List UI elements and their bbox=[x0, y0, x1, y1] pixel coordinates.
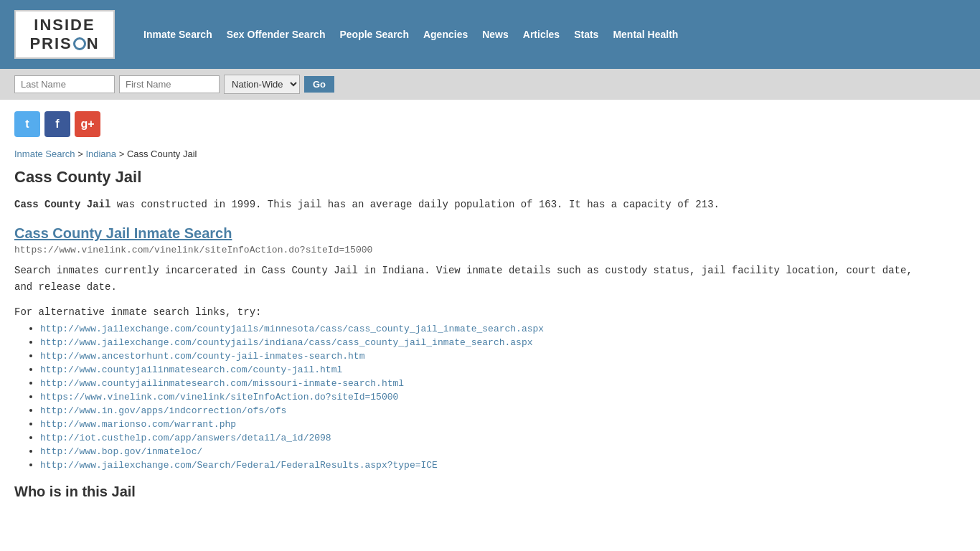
alt-link[interactable]: http://www.countyjailinmatesearch.com/mi… bbox=[40, 378, 404, 389]
inmate-search-description: Search inmates currently incarcerated in… bbox=[14, 263, 918, 295]
list-item: http://www.countyjailinmatesearch.com/co… bbox=[40, 363, 918, 375]
google-plus-icon[interactable]: g+ bbox=[75, 111, 100, 137]
alt-link[interactable]: http://www.bop.gov/inmateloc/ bbox=[40, 446, 202, 457]
main-content: Inmate Search > Indiana > Cass County Ja… bbox=[0, 144, 933, 514]
nav-item-inmate-search[interactable]: Inmate Search bbox=[136, 26, 220, 43]
who-heading: Who is in this Jail bbox=[14, 484, 918, 500]
breadcrumb-inmate-search[interactable]: Inmate Search bbox=[14, 149, 75, 159]
alt-link[interactable]: http://www.in.gov/apps/indcorrection/ofs… bbox=[40, 405, 286, 416]
list-item: http://www.in.gov/apps/indcorrection/ofs… bbox=[40, 404, 918, 416]
list-item: https://www.vinelink.com/vinelink/siteIn… bbox=[40, 390, 918, 402]
alt-link[interactable]: http://www.jailexchange.com/Search/Feder… bbox=[40, 460, 438, 471]
nav-item-articles[interactable]: Articles bbox=[516, 26, 567, 43]
breadcrumb-indiana[interactable]: Indiana bbox=[85, 149, 116, 159]
go-button[interactable]: Go bbox=[304, 76, 334, 93]
alt-link[interactable]: http://www.marionso.com/warrant.php bbox=[40, 419, 236, 430]
alt-link[interactable]: http://www.jailexchange.com/countyjails/… bbox=[40, 337, 533, 348]
site-logo[interactable]: INSIDE PRISN bbox=[14, 10, 115, 59]
list-item: http://www.jailexchange.com/Search/Feder… bbox=[40, 458, 918, 471]
alt-link[interactable]: http://www.ancestorhunt.com/county-jail-… bbox=[40, 351, 364, 362]
first-name-input[interactable] bbox=[119, 75, 220, 93]
list-item: http://www.countyjailinmatesearch.com/mi… bbox=[40, 377, 918, 389]
social-icons-bar: t f g+ bbox=[0, 100, 980, 144]
breadcrumb-current: Cass County Jail bbox=[127, 149, 197, 159]
site-header: INSIDE PRISN Inmate SearchSex Offender S… bbox=[0, 0, 980, 69]
alt-link[interactable]: https://www.vinelink.com/vinelink/siteIn… bbox=[40, 392, 398, 402]
list-item: http://www.marionso.com/warrant.php bbox=[40, 418, 918, 430]
nav-item-news[interactable]: News bbox=[475, 26, 516, 43]
nav-item-mental-health[interactable]: Mental Health bbox=[606, 26, 685, 43]
alt-links-intro: For alternative inmate search links, try… bbox=[14, 306, 918, 318]
main-nav: Inmate SearchSex Offender SearchPeople S… bbox=[136, 26, 685, 43]
list-item: http://www.jailexchange.com/countyjails/… bbox=[40, 322, 918, 334]
jail-description: Cass County Jail was constructed in 1999… bbox=[14, 197, 918, 212]
logo-prison-text: PRISN bbox=[23, 34, 106, 53]
facebook-icon[interactable]: f bbox=[44, 111, 70, 137]
jail-name-bold: Cass County Jail bbox=[14, 199, 110, 210]
breadcrumb-sep1: > bbox=[77, 149, 85, 159]
logo-inside-text: INSIDE bbox=[23, 16, 106, 34]
last-name-input[interactable] bbox=[14, 75, 115, 93]
twitter-icon[interactable]: t bbox=[14, 111, 40, 137]
list-item: http://iot.custhelp.com/app/answers/deta… bbox=[40, 431, 918, 443]
nav-item-stats[interactable]: Stats bbox=[567, 26, 606, 43]
nav-item-people-search[interactable]: People Search bbox=[332, 26, 416, 43]
nav-item-sex-offender-search[interactable]: Sex Offender Search bbox=[220, 26, 333, 43]
list-item: http://www.jailexchange.com/countyjails/… bbox=[40, 336, 918, 348]
page-title: Cass County Jail bbox=[14, 168, 918, 187]
logo-o-icon bbox=[73, 37, 86, 50]
description-text: was constructed in 1999. This jail has a… bbox=[110, 199, 720, 210]
logo-n-letter: N bbox=[87, 34, 100, 53]
alt-links-list: http://www.jailexchange.com/countyjails/… bbox=[14, 322, 918, 471]
alt-link[interactable]: http://iot.custhelp.com/app/answers/deta… bbox=[40, 433, 331, 443]
breadcrumb-sep2: > bbox=[119, 149, 127, 159]
logo-prison-letters: PRIS bbox=[29, 34, 72, 53]
alt-link[interactable]: http://www.countyjailinmatesearch.com/co… bbox=[40, 364, 342, 375]
inmate-search-link-heading[interactable]: Cass County Jail Inmate Search bbox=[14, 225, 918, 242]
location-select[interactable]: Nation-WideAlabamaAlaskaArizonaArkansasC… bbox=[224, 75, 300, 94]
breadcrumb: Inmate Search > Indiana > Cass County Ja… bbox=[14, 144, 918, 168]
nav-item-agencies[interactable]: Agencies bbox=[416, 26, 475, 43]
inmate-search-url: https://www.vinelink.com/vinelink/siteIn… bbox=[14, 245, 918, 255]
list-item: http://www.ancestorhunt.com/county-jail-… bbox=[40, 349, 918, 362]
alt-link[interactable]: http://www.jailexchange.com/countyjails/… bbox=[40, 324, 544, 334]
list-item: http://www.bop.gov/inmateloc/ bbox=[40, 445, 918, 457]
search-bar: Nation-WideAlabamaAlaskaArizonaArkansasC… bbox=[0, 69, 980, 100]
